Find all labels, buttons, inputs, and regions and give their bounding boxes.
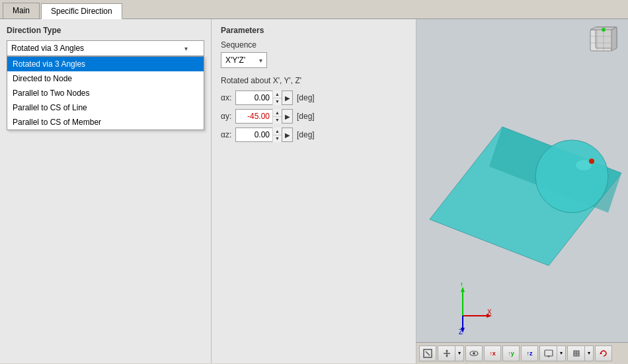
dropdown-item-directed-to-node[interactable]: Directed to Node [7,71,204,86]
svg-marker-37 [600,352,602,354]
sequence-value: X'Y'Z' [225,55,245,65]
alpha-x-input[interactable] [236,91,272,104]
render-icon [568,346,585,361]
bottom-toolbar: ▾ ↑x ↑y ↑z ▾ [416,342,628,363]
alpha-y-input[interactable] [236,110,272,123]
alpha-z-spin-up[interactable]: ▲ [273,127,282,135]
toolbar-btn-move[interactable]: ▾ [438,346,464,361]
alpha-z-label: αz: [221,130,235,139]
alpha-z-spin-down[interactable]: ▼ [273,135,282,143]
3d-scene-svg [416,54,628,305]
alpha-z-input-container: ▲ ▼ [235,127,282,142]
direction-type-title: Direction Type [7,26,204,35]
svg-marker-28 [446,355,448,357]
parameters-title: Parameters [221,26,407,35]
svg-point-13 [589,159,594,164]
dropdown-selected-label: Rotated via 3 Angles [11,44,84,53]
toolbar-btn-reset[interactable] [595,346,612,361]
svg-text:Z: Z [459,328,463,336]
toolbar-btn-select[interactable] [419,346,436,361]
dropdown-item-parallel-two-nodes[interactable]: Parallel to Two Nodes [7,86,204,100]
toolbar-btn-render[interactable]: ▾ [567,346,594,361]
toolbar-btn-x-view[interactable]: ↑x [484,346,501,361]
alpha-z-spinners: ▲ ▼ [272,127,282,142]
svg-rect-31 [545,350,553,356]
move-icon [438,346,455,361]
tab-main[interactable]: Main [3,3,40,18]
alpha-z-arrow-btn[interactable]: ▶ [282,127,293,142]
direction-type-trigger[interactable]: Rotated via 3 Angles ▾ [7,40,204,56]
display-dropdown-icon: ▾ [557,346,565,361]
render-dropdown-icon: ▾ [585,346,593,361]
direction-type-menu: Rotated via 3 Angles Directed to Node Pa… [7,56,204,130]
alpha-x-arrow-btn[interactable]: ▶ [282,91,293,105]
tab-bar: Main Specific Direction [0,0,628,19]
display-icon [540,346,557,361]
middle-panel: Parameters Sequence X'Y'Z' ▾ Rotated abo… [212,19,416,363]
dropdown-item-parallel-cs-member[interactable]: Parallel to CS of Member [7,115,204,129]
select-icon [423,349,432,358]
svg-point-30 [473,352,475,355]
alpha-y-input-container: ▲ ▼ [235,109,282,124]
toolbar-btn-view[interactable] [465,346,483,361]
alpha-x-spinners: ▲ ▼ [272,91,282,105]
alpha-y-unit: [deg] [297,112,315,121]
dropdown-item-parallel-cs-line[interactable]: Parallel to CS of Line [7,100,204,115]
axis-indicator: Y X Z [443,283,496,336]
svg-marker-15 [461,287,465,292]
sequence-select-container: X'Y'Z' ▾ [221,52,407,68]
rotated-about-label: Rotated about X', Y', Z' [221,76,407,85]
move-dropdown-icon: ▾ [455,346,463,361]
toolbar-btn-z-view[interactable]: ↑z [521,346,538,361]
reset-icon [599,349,608,358]
alpha-y-label: αy: [221,112,235,121]
main-layout: Direction Type Rotated via 3 Angles ▾ Ro… [0,19,628,363]
alpha-y-spin-up[interactable]: ▲ [273,109,282,117]
alpha-x-label: αx: [221,93,235,102]
alpha-z-unit: [deg] [297,130,315,139]
alpha-y-arrow-btn[interactable]: ▶ [282,109,293,124]
sequence-dropdown[interactable]: X'Y'Z' ▾ [221,52,267,68]
svg-point-11 [535,140,608,213]
dropdown-item-rotated-3-angles[interactable]: Rotated via 3 Angles [7,57,204,71]
svg-line-24 [426,351,430,355]
dropdown-arrow-icon: ▾ [184,45,188,52]
toolbar-btn-display[interactable]: ▾ [539,346,566,361]
alpha-z-input[interactable] [236,128,272,141]
svg-marker-27 [446,349,448,351]
left-panel: Direction Type Rotated via 3 Angles ▾ Ro… [0,19,212,363]
sequence-label: Sequence [221,40,407,50]
alpha-y-spin-down[interactable]: ▼ [273,117,282,124]
svg-text:Y: Y [459,283,464,287]
direction-type-dropdown: Rotated via 3 Angles ▾ Rotated via 3 Ang… [7,40,204,56]
view-icon [469,349,479,358]
right-panel: Y X Z [416,19,628,363]
alpha-x-spin-up[interactable]: ▲ [273,91,282,98]
alpha-x-unit: [deg] [297,93,315,102]
sequence-arrow-icon: ▾ [259,57,262,64]
tab-specific-direction[interactable]: Specific Direction [41,3,122,19]
alpha-y-row: αy: ▲ ▼ ▶ [deg] [221,109,407,124]
alpha-x-row: αx: ▲ ▼ ▶ [deg] [221,91,407,105]
axis-svg: Y X Z [443,283,496,336]
alpha-x-spin-down[interactable]: ▼ [273,98,282,106]
alpha-y-spinners: ▲ ▼ [272,109,282,124]
toolbar-btn-y-view[interactable]: ↑y [502,346,520,361]
alpha-z-row: αz: ▲ ▼ ▶ [deg] [221,127,407,142]
svg-text:X: X [487,309,492,316]
alpha-x-input-container: ▲ ▼ [235,91,282,105]
